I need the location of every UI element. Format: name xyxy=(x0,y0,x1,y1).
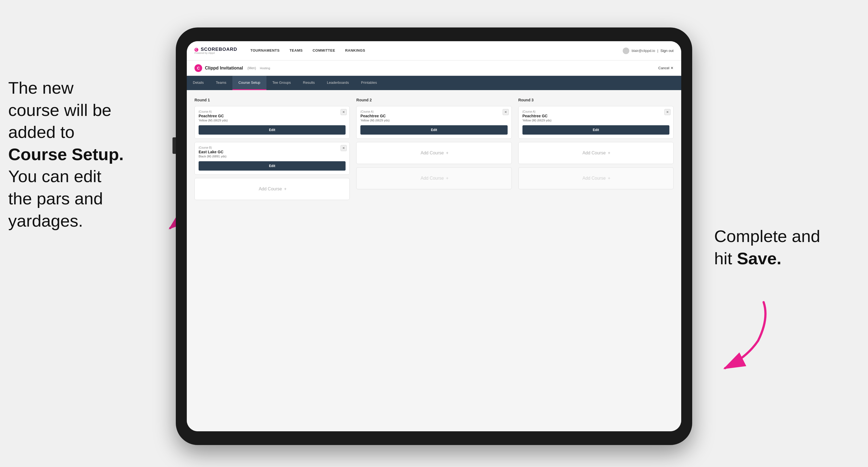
round2-course-a-card: ✕ (Course A) Peachtree GC Yellow (M) (66… xyxy=(356,106,512,139)
round1-course-a-delete[interactable]: ✕ xyxy=(341,109,347,115)
tournament-name: Clippd Invitational xyxy=(205,66,243,71)
round3-course-a-label: (Course A) xyxy=(522,110,670,113)
round1-course-b-card: ✕ (Course B) East Lake GC Black (M) (689… xyxy=(194,142,350,175)
round2-course-a-name: Peachtree GC xyxy=(361,114,507,118)
round2-course-a-details: Yellow (M) (6629 yds) xyxy=(361,119,507,122)
nav-links: TOURNAMENTS TEAMS COMMITTEE RANKINGS xyxy=(246,41,623,60)
round2-course-a-delete[interactable]: ✕ xyxy=(503,109,509,115)
round2-add-course-2: Add Course + xyxy=(356,167,512,189)
tournament-gender: (Men) xyxy=(247,66,256,70)
round-2-label: Round 2 xyxy=(356,98,512,102)
sub-header-left: C Clippd Invitational (Men) Hosting xyxy=(194,64,270,72)
user-email: blair@clippd.io xyxy=(631,49,655,53)
nav-right: blair@clippd.io | Sign out xyxy=(623,48,674,54)
round-1-column: Round 1 ✕ (Course A) Peachtree GC Yellow… xyxy=(194,98,350,203)
round3-add-course[interactable]: Add Course + xyxy=(518,142,674,164)
rounds-grid: Round 1 ✕ (Course A) Peachtree GC Yellow… xyxy=(194,98,674,203)
plus-icon-3: + xyxy=(446,176,448,181)
round1-course-b-label: (Course B) xyxy=(198,146,346,149)
round-1-label: Round 1 xyxy=(194,98,350,102)
round3-course-a-edit[interactable]: Edit xyxy=(522,125,670,134)
round3-course-a-delete[interactable]: ✕ xyxy=(664,109,671,115)
round1-course-a-details: Yellow (M) (6629 yds) xyxy=(198,119,346,122)
close-icon: ✕ xyxy=(671,66,674,70)
nav-teams[interactable]: TEAMS xyxy=(285,41,308,60)
nav-committee[interactable]: COMMITTEE xyxy=(308,41,340,60)
round1-course-b-name: East Lake GC xyxy=(198,150,346,154)
round1-course-b-edit[interactable]: Edit xyxy=(198,161,346,170)
round2-course-a-edit[interactable]: Edit xyxy=(361,125,507,134)
nav-tournaments[interactable]: TOURNAMENTS xyxy=(246,41,285,60)
arrow-right-icon xyxy=(698,297,785,374)
round2-add-course[interactable]: Add Course + xyxy=(356,142,512,164)
logo-text: C SCOREBOARD xyxy=(194,47,237,52)
sub-header: C Clippd Invitational (Men) Hosting Canc… xyxy=(187,60,681,76)
powered-by: Powered by clippd xyxy=(194,52,237,54)
plus-icon: + xyxy=(284,187,286,191)
plus-icon-5: + xyxy=(608,176,610,181)
tab-course-setup[interactable]: Course Setup xyxy=(232,76,267,90)
cancel-button[interactable]: Cancel ✕ xyxy=(658,66,674,70)
round1-course-b-details: Black (M) (6891 yds) xyxy=(198,155,346,158)
round1-course-a-label: (Course A) xyxy=(198,110,346,113)
round-2-column: Round 2 ✕ (Course A) Peachtree GC Yellow… xyxy=(356,98,512,203)
tablet-screen: C SCOREBOARD Powered by clippd TOURNAMEN… xyxy=(187,41,681,431)
round1-course-a-card: ✕ (Course A) Peachtree GC Yellow (M) (66… xyxy=(194,106,350,139)
logo: C SCOREBOARD Powered by clippd xyxy=(194,47,237,54)
round1-course-b-delete[interactable]: ✕ xyxy=(341,145,347,151)
round3-course-a-name: Peachtree GC xyxy=(522,114,670,118)
tab-leaderboards[interactable]: Leaderboards xyxy=(321,76,355,90)
round-3-column: Round 3 ✕ (Course A) Peachtree GC Yellow… xyxy=(518,98,674,203)
tab-details[interactable]: Details xyxy=(187,76,210,90)
tab-printables[interactable]: Printables xyxy=(355,76,383,90)
tab-tee-groups[interactable]: Tee Groups xyxy=(267,76,297,90)
round1-course-a-edit[interactable]: Edit xyxy=(198,125,346,134)
main-content: Round 1 ✕ (Course A) Peachtree GC Yellow… xyxy=(187,90,681,431)
round1-add-course[interactable]: Add Course + xyxy=(194,178,350,200)
c-icon: C xyxy=(194,48,198,52)
round-3-label: Round 3 xyxy=(518,98,674,102)
tab-teams[interactable]: Teams xyxy=(210,76,232,90)
round1-course-a-name: Peachtree GC xyxy=(198,114,346,118)
plus-icon-2: + xyxy=(446,151,448,155)
tab-results[interactable]: Results xyxy=(297,76,321,90)
top-nav: C SCOREBOARD Powered by clippd TOURNAMEN… xyxy=(187,41,681,60)
tablet-frame: C SCOREBOARD Powered by clippd TOURNAMEN… xyxy=(176,28,692,445)
round3-course-a-details: Yellow (M) (6629 yds) xyxy=(522,119,670,122)
round3-course-a-card: ✕ (Course A) Peachtree GC Yellow (M) (66… xyxy=(518,106,674,139)
nav-rankings[interactable]: RANKINGS xyxy=(340,41,370,60)
nav-separator: | xyxy=(657,49,658,53)
tab-bar: Details Teams Course Setup Tee Groups Re… xyxy=(187,76,681,90)
round3-add-course-2: Add Course + xyxy=(518,167,674,189)
annotation-right: Complete and hit Save. xyxy=(714,225,846,270)
hosting-badge: Hosting xyxy=(260,66,270,70)
round2-course-a-label: (Course A) xyxy=(361,110,507,113)
sign-out-link[interactable]: Sign out xyxy=(660,49,674,53)
plus-icon-4: + xyxy=(608,151,610,155)
annotation-left: The new course will be added to Course S… xyxy=(8,77,167,232)
user-avatar xyxy=(623,48,629,54)
c-logo-small: C xyxy=(194,64,202,72)
